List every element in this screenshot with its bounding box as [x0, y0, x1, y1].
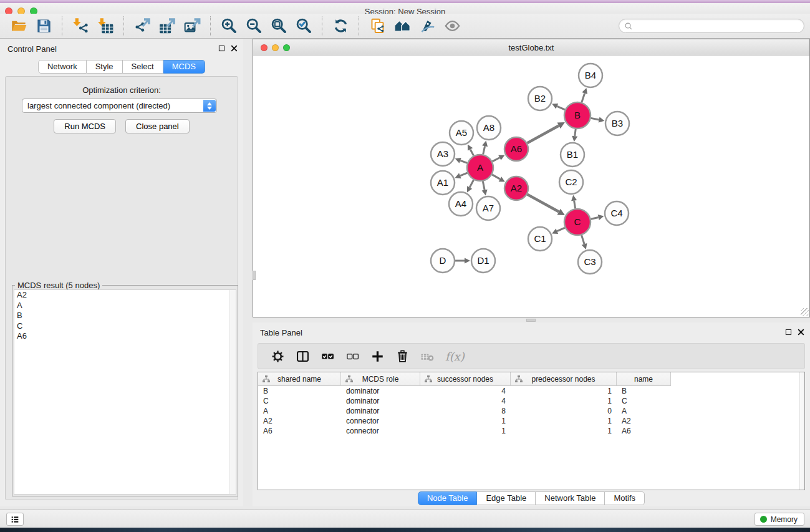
- import-network-icon[interactable]: [70, 16, 90, 36]
- table-cell[interactable]: B: [258, 386, 341, 396]
- deselect-all-icon[interactable]: [343, 347, 362, 365]
- table-cell[interactable]: 1: [511, 386, 617, 396]
- edge-A-A4[interactable]: [470, 180, 473, 187]
- mcds-result-item[interactable]: B: [14, 311, 236, 321]
- graphics-details-icon[interactable]: [417, 16, 437, 36]
- table-row[interactable]: Adominator80A: [258, 406, 804, 416]
- mcds-result-item[interactable]: A6: [14, 331, 236, 342]
- column-header-MCDS-role[interactable]: MCDS role: [341, 372, 420, 386]
- edge-A-A6[interactable]: [493, 158, 500, 162]
- show-hide-icon[interactable]: [442, 16, 462, 36]
- run-mcds-button[interactable]: Run MCDS: [54, 119, 116, 133]
- delete-icon[interactable]: [393, 347, 412, 365]
- edge-C-C4[interactable]: [591, 218, 598, 220]
- table-cell[interactable]: A2: [617, 416, 671, 426]
- edge-C-C1[interactable]: [557, 228, 565, 231]
- table-cell[interactable]: A6: [258, 426, 341, 436]
- table-row[interactable]: Cdominator41C: [258, 396, 804, 406]
- mcds-result-list[interactable]: A2ABCA6: [14, 289, 236, 495]
- mcds-result-item[interactable]: A2: [14, 290, 236, 301]
- edge-A6-B[interactable]: [528, 125, 559, 143]
- column-header-successor-nodes[interactable]: successor nodes: [420, 372, 511, 386]
- close-panel-icon[interactable]: [230, 44, 238, 52]
- export-network-icon[interactable]: [132, 16, 152, 36]
- table-cell[interactable]: 1: [420, 416, 511, 426]
- zoom-selected-icon[interactable]: [294, 16, 314, 36]
- task-history-button[interactable]: [6, 513, 24, 526]
- table-cell[interactable]: B: [617, 386, 671, 396]
- table-cell[interactable]: A: [258, 406, 341, 416]
- network-overview-icon[interactable]: [392, 16, 412, 36]
- edge-A-A1[interactable]: [460, 173, 468, 176]
- table-cell[interactable]: dominator: [341, 396, 420, 406]
- edge-A-A2[interactable]: [492, 175, 500, 179]
- table-cell[interactable]: 1: [420, 426, 511, 436]
- memory-button[interactable]: Memory: [755, 513, 804, 526]
- table-cell[interactable]: 1: [511, 416, 617, 426]
- splitter-handle-horizontal[interactable]: [526, 319, 536, 322]
- table-cell[interactable]: connector: [341, 426, 420, 436]
- table-row[interactable]: Bdominator41B: [258, 386, 804, 396]
- table-row[interactable]: A6connector11A6: [258, 426, 804, 436]
- split-view-icon[interactable]: [293, 347, 312, 365]
- table-cell[interactable]: C: [617, 396, 671, 406]
- import-table-icon[interactable]: [95, 16, 115, 36]
- table-cell[interactable]: A: [617, 406, 671, 416]
- export-table-icon[interactable]: [157, 16, 177, 36]
- edge-A2-C[interactable]: [528, 195, 559, 212]
- tab-edge-table[interactable]: Edge Table: [477, 491, 536, 505]
- float-panel-icon[interactable]: [784, 328, 793, 336]
- table-cell[interactable]: 4: [420, 386, 511, 396]
- edge-A-A7[interactable]: [483, 181, 485, 190]
- edge-A-A8[interactable]: [483, 146, 485, 154]
- edge-B-B3[interactable]: [591, 118, 599, 120]
- zoom-fit-icon[interactable]: [269, 16, 289, 36]
- search-field[interactable]: [619, 19, 804, 33]
- edge-C-C3[interactable]: [582, 235, 584, 244]
- tab-network[interactable]: Network: [38, 60, 87, 74]
- float-panel-icon[interactable]: [218, 44, 226, 52]
- column-header-shared-name[interactable]: shared name: [258, 372, 341, 386]
- network-canvas[interactable]: B4B2BB3B1A5A8A3A6AA1A2C2A4A7CC4C1C3DD1: [253, 56, 809, 317]
- export-image-icon[interactable]: [182, 16, 202, 36]
- mcds-result-item[interactable]: C: [14, 321, 236, 332]
- table-cell[interactable]: 1: [511, 426, 617, 436]
- gear-icon[interactable]: [268, 347, 287, 365]
- table-cell[interactable]: 1: [511, 396, 617, 406]
- table-cell[interactable]: C: [258, 396, 341, 406]
- add-icon[interactable]: [368, 347, 387, 365]
- edge-A-A5[interactable]: [470, 149, 473, 155]
- splitter-handle-vertical[interactable]: [253, 271, 256, 280]
- resize-grip-icon[interactable]: [801, 308, 809, 316]
- tab-network-table[interactable]: Network Table: [536, 491, 605, 505]
- column-header-predecessor-nodes[interactable]: predecessor nodes: [511, 372, 617, 386]
- tab-mcds[interactable]: MCDS: [163, 60, 205, 74]
- table-cell[interactable]: 0: [511, 406, 617, 416]
- mcds-result-item[interactable]: A: [14, 301, 236, 311]
- criterion-dropdown[interactable]: largest connected component (directed): [22, 99, 217, 113]
- column-header-name[interactable]: name: [617, 372, 671, 386]
- zoom-in-icon[interactable]: [219, 16, 239, 36]
- table-row[interactable]: A2connector11A2: [258, 416, 804, 426]
- table-cell[interactable]: 4: [420, 396, 511, 406]
- table-cell[interactable]: A6: [617, 426, 671, 436]
- refresh-icon[interactable]: [330, 16, 350, 36]
- close-panel-button[interactable]: Close panel: [125, 119, 190, 133]
- tab-select[interactable]: Select: [123, 60, 163, 74]
- tab-motifs[interactable]: Motifs: [605, 491, 645, 505]
- table-cell[interactable]: dominator: [341, 386, 420, 396]
- edge-B-B4[interactable]: [582, 94, 585, 103]
- save-icon[interactable]: [34, 16, 54, 36]
- tab-style[interactable]: Style: [87, 60, 123, 74]
- zoom-out-icon[interactable]: [244, 16, 264, 36]
- close-panel-icon[interactable]: [797, 328, 805, 336]
- table-cell[interactable]: connector: [341, 416, 420, 426]
- table-scrollbar[interactable]: [799, 372, 804, 490]
- search-input[interactable]: [633, 21, 804, 32]
- table-cell[interactable]: A2: [258, 416, 341, 426]
- table-cell[interactable]: 8: [420, 406, 511, 416]
- table-cell[interactable]: dominator: [341, 406, 420, 416]
- edge-C-C2[interactable]: [574, 201, 576, 209]
- open-icon[interactable]: [9, 16, 29, 36]
- select-all-icon[interactable]: [318, 347, 337, 365]
